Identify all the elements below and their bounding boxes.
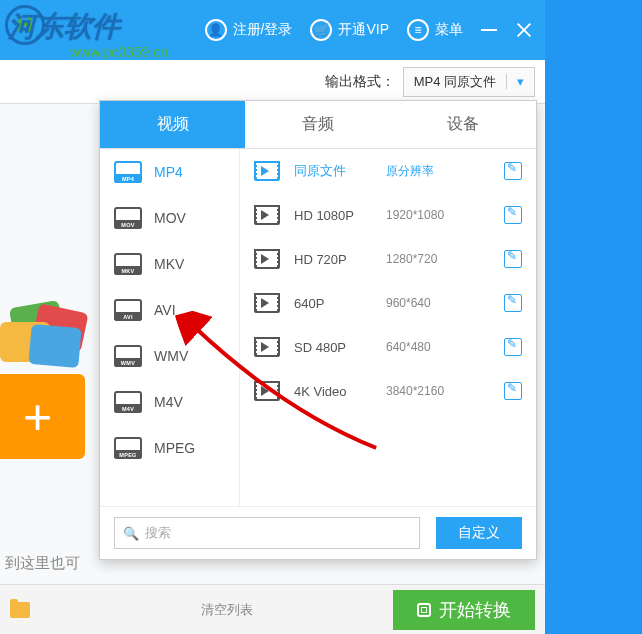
search-icon: 🔍 [123,526,139,541]
convert-icon [417,603,431,617]
format-item-avi[interactable]: AVI [100,287,239,333]
edit-icon[interactable] [504,206,522,224]
vip-button[interactable]: 🛒 开通VIP [310,19,389,41]
tab-content: MP4 MOV MKV AVI WMV M4V MPEG 同原文件原分辨率 HD… [100,149,536,506]
tab-audio[interactable]: 音频 [245,101,390,148]
edit-icon[interactable] [504,162,522,180]
menu-label: 菜单 [435,21,463,39]
file-icon [114,299,142,321]
resolution-item-640p[interactable]: 640P960*640 [240,281,536,325]
resolution-list[interactable]: 同原文件原分辨率 HD 1080P1920*1080 HD 720P1280*7… [240,149,536,506]
video-icon [254,293,280,313]
resolution-item-original[interactable]: 同原文件原分辨率 [240,149,536,193]
video-icon [254,161,280,181]
format-tabs: 视频 音频 设备 [100,101,536,149]
tab-video[interactable]: 视频 [100,101,245,148]
search-input[interactable]: 🔍 搜索 [114,517,420,549]
video-icon [254,337,280,357]
vip-label: 开通VIP [338,21,389,39]
clear-list-button[interactable]: 清空列表 [201,601,253,619]
menu-icon: ≡ [407,19,429,41]
format-item-mp4[interactable]: MP4 [100,149,239,195]
chevron-down-icon: ▾ [506,74,524,89]
start-convert-label: 开始转换 [439,598,511,622]
edit-icon[interactable] [504,250,522,268]
search-placeholder: 搜索 [145,524,171,542]
resolution-item-480p[interactable]: SD 480P640*480 [240,325,536,369]
file-icon [114,161,142,183]
drag-hint-text: 到这里也可 [5,554,80,573]
format-item-mpeg[interactable]: MPEG [100,425,239,471]
format-dropdown-panel: 视频 音频 设备 MP4 MOV MKV AVI WMV M4V MPEG 同原… [99,100,537,560]
video-icon [254,381,280,401]
file-icon [114,345,142,367]
resolution-item-4k[interactable]: 4K Video3840*2160 [240,369,536,413]
register-login-label: 注册/登录 [233,21,293,39]
bottom-bar: 清空列表 开始转换 [0,584,545,634]
file-icon [114,437,142,459]
format-item-mkv[interactable]: MKV [100,241,239,287]
file-icon [114,253,142,275]
format-list[interactable]: MP4 MOV MKV AVI WMV M4V MPEG [100,149,240,506]
file-icon [114,207,142,229]
minimize-button[interactable] [481,29,497,31]
resolution-item-1080p[interactable]: HD 1080P1920*1080 [240,193,536,237]
edit-icon[interactable] [504,294,522,312]
close-button[interactable] [515,21,533,39]
start-convert-button[interactable]: 开始转换 [393,590,535,630]
cart-icon: 🛒 [310,19,332,41]
format-item-wmv[interactable]: WMV [100,333,239,379]
format-row: 输出格式： MP4 同原文件 ▾ [0,60,545,104]
tab-device[interactable]: 设备 [391,101,536,148]
folder-icon[interactable] [10,602,30,618]
video-icon [254,249,280,269]
format-item-m4v[interactable]: M4V [100,379,239,425]
watermark-text: 河东软件 [8,8,120,46]
watermark-url: www.pc0359.cn [70,44,168,60]
output-format-label: 输出格式： [325,73,395,91]
edit-icon[interactable] [504,382,522,400]
video-icon [254,205,280,225]
format-item-mov[interactable]: MOV [100,195,239,241]
register-login-button[interactable]: 👤 注册/登录 [205,19,293,41]
output-format-select[interactable]: MP4 同原文件 ▾ [403,67,535,97]
menu-button[interactable]: ≡ 菜单 [407,19,463,41]
file-icon [114,391,142,413]
file-stack-icon [0,304,90,384]
output-format-value: MP4 同原文件 [414,73,496,91]
add-file-button[interactable]: + [0,374,85,459]
custom-button[interactable]: 自定义 [436,517,522,549]
resolution-item-720p[interactable]: HD 720P1280*720 [240,237,536,281]
edit-icon[interactable] [504,338,522,356]
dropdown-footer: 🔍 搜索 自定义 [100,506,536,559]
user-icon: 👤 [205,19,227,41]
